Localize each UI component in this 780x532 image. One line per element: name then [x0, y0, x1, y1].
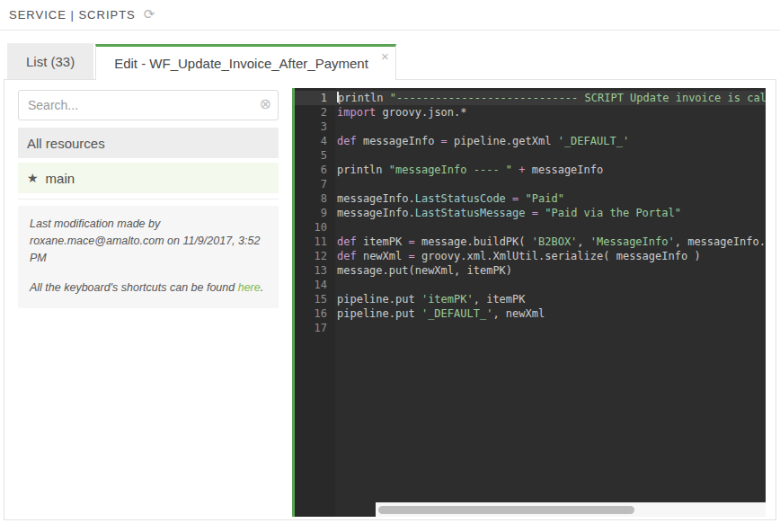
code-token: LastStatusCode	[415, 192, 506, 205]
info-note-box: Last modification made by roxane.mace@am…	[18, 206, 279, 308]
code-token: groovy.json.*	[376, 106, 466, 119]
editor-gutter: 1234567891011121314151617	[295, 88, 335, 517]
refresh-icon[interactable]: ⟳	[144, 8, 155, 22]
search-clear-icon[interactable]: ⊗	[260, 97, 271, 111]
line-number: 5	[295, 148, 335, 163]
code-token-keyword: def	[337, 135, 357, 147]
code-token: , messageInfo.	[675, 235, 766, 248]
code-token	[526, 207, 532, 219]
line-number: 7	[295, 177, 335, 191]
main-panel: ⊗ All resources ★ main Last modification…	[4, 79, 776, 520]
code-token-string: "messageInfo ---- "	[389, 164, 512, 176]
star-icon: ★	[27, 171, 39, 185]
tab-bar: List (33) Edit - WF_Update_Invoice_After…	[0, 43, 780, 79]
shortcuts-note-text: All the keyboard's shortcuts can be foun…	[30, 281, 238, 294]
page-title: SERVICE | SCRIPTS	[9, 8, 136, 22]
code-line[interactable]: pipeline.put 'itemPK', itemPK	[335, 292, 766, 306]
code-line[interactable]: println "---------------------------- SC…	[335, 91, 766, 105]
code-token: , itemPK	[474, 293, 526, 306]
shortcuts-note: All the keyboard's shortcuts can be foun…	[30, 279, 267, 297]
code-line[interactable]	[335, 321, 766, 335]
code-line[interactable]: messageInfo.LastStatusCode = "Paid"	[335, 191, 766, 206]
code-token: LastStatusMessage	[415, 207, 526, 219]
close-icon[interactable]: ×	[381, 49, 389, 63]
search-box: ⊗	[18, 90, 279, 120]
code-token: pipeline.getXml	[448, 135, 558, 147]
header-bar: SERVICE | SCRIPTS ⟳	[0, 0, 780, 31]
code-token-keyword: import	[337, 106, 376, 119]
code-line[interactable]: messageInfo.LastStatusMessage = "Paid vi…	[335, 206, 766, 220]
line-number: 16	[295, 306, 335, 321]
code-line[interactable]	[335, 177, 766, 191]
code-token-string: "---------------------------- SCRIPT Upd…	[390, 92, 766, 104]
code-token-string: 'MessageInfo'	[590, 235, 675, 248]
code-token: =	[408, 250, 414, 262]
sidebar-item-label: main	[46, 171, 75, 186]
line-number: 14	[295, 278, 335, 292]
shortcuts-link[interactable]: here	[238, 281, 261, 294]
line-number: 3	[295, 120, 335, 134]
line-number: 2	[295, 105, 335, 120]
code-token-string: "Paid via the Portal"	[545, 207, 681, 219]
sidebar-divider	[18, 199, 279, 200]
code-line[interactable]: def newXml = groovy.xml.XmlUtil.serializ…	[335, 249, 766, 263]
code-line[interactable]: pipeline.put '_DEFAULT_', newXml	[335, 306, 766, 321]
code-line[interactable]	[335, 148, 766, 163]
code-token: message.buildPK(	[415, 235, 532, 248]
sidebar-item-all-resources[interactable]: All resources	[18, 128, 279, 158]
line-number: 15	[295, 292, 335, 306]
code-token: =	[441, 135, 448, 147]
code-token: pipeline.put	[337, 293, 421, 306]
code-token: itemPK	[357, 235, 409, 248]
line-number: 9	[295, 206, 335, 220]
horizontal-scrollbar[interactable]	[376, 502, 766, 517]
tab-list-label: List (33)	[26, 54, 75, 69]
code-token: message.put(newXml, itemPK)	[337, 264, 512, 277]
code-line[interactable]	[335, 220, 766, 235]
code-token: =	[532, 207, 538, 219]
editor-code-area: println "---------------------------- SC…	[335, 91, 766, 335]
line-number: 17	[295, 321, 335, 335]
code-token: pipeline.put	[337, 307, 421, 320]
code-token: newXml	[357, 250, 409, 262]
code-line[interactable]: import groovy.json.*	[335, 105, 766, 120]
code-line[interactable]: def itemPK = message.buildPK( 'B2BOX', '…	[335, 235, 766, 249]
code-token: println	[338, 92, 390, 104]
code-token-string: 'B2BOX'	[532, 235, 578, 248]
sidebar-item-main[interactable]: ★ main	[18, 163, 279, 193]
code-line[interactable]	[335, 120, 766, 134]
tab-edit-label: Edit - WF_Update_Invoice_After_Payment	[114, 56, 368, 71]
code-token: +	[519, 164, 525, 176]
code-line[interactable]: def messageInfo = pipeline.getXml '_DEFA…	[335, 134, 766, 148]
search-input[interactable]	[18, 90, 279, 120]
code-line[interactable]: println "messageInfo ---- " + messageInf…	[335, 163, 766, 177]
code-token: , newXml	[492, 307, 545, 320]
code-line[interactable]: message.put(newXml, itemPK)	[335, 263, 766, 278]
editor-code-column: println "---------------------------- SC…	[335, 88, 766, 517]
horizontal-scrollbar-thumb[interactable]	[378, 506, 634, 514]
code-editor[interactable]: 1234567891011121314151617 println "-----…	[292, 88, 766, 517]
sidebar-item-label: All resources	[27, 136, 105, 151]
code-token: println	[337, 164, 389, 176]
sidebar: ⊗ All resources ★ main Last modification…	[4, 80, 292, 519]
tab-edit-script[interactable]: Edit - WF_Update_Invoice_After_Payment ×	[95, 44, 396, 80]
code-token	[519, 192, 525, 205]
line-number: 10	[295, 220, 335, 235]
tab-list[interactable]: List (33)	[7, 43, 93, 79]
code-token-string: '_DEFAULT_'	[421, 307, 492, 320]
code-token-string: '_DEFAULT_'	[558, 135, 629, 147]
last-modification-note: Last modification made by roxane.mace@am…	[30, 216, 267, 266]
code-token: messageInfo.	[337, 207, 415, 219]
code-token: =	[408, 235, 414, 248]
line-number: 8	[295, 191, 335, 206]
line-number: 13	[295, 263, 335, 278]
code-line[interactable]	[335, 278, 766, 292]
line-number: 1	[295, 91, 335, 105]
line-number: 12	[295, 249, 335, 263]
line-number: 6	[295, 163, 335, 177]
code-token: messageInfo.	[337, 192, 415, 205]
code-token-keyword: def	[337, 250, 357, 262]
code-token: messageInfo	[357, 135, 441, 147]
line-number: 11	[295, 235, 335, 249]
code-token-string: 'itemPK'	[421, 293, 474, 306]
